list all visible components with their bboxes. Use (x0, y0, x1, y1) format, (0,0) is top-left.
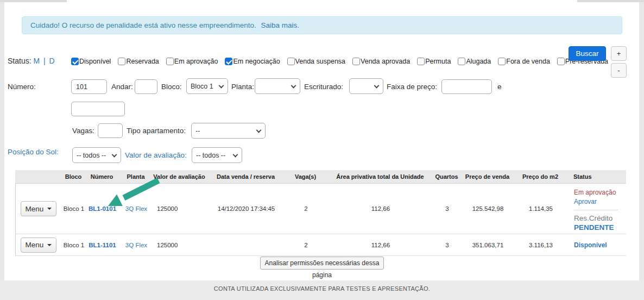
table-row: Menu Bloco 1 BL1-1101 3Q Flex 125000 2 1… (15, 234, 626, 256)
analisar-permissoes-button[interactable]: Analisar permissões necessárias dessa pá… (260, 257, 384, 270)
res-credito-label: Res.Crédito (574, 214, 627, 223)
checkbox-icon (498, 58, 506, 65)
vagas-label: Vagas: (72, 127, 94, 135)
pendente-link[interactable]: PENDENTE (574, 223, 614, 233)
col-header-numero: Número (84, 173, 119, 180)
col-header-data-venda: Data venda / reserva (206, 173, 285, 180)
planta-link[interactable]: 3Q Flex (125, 242, 147, 248)
andar-label: Andar: (111, 83, 133, 91)
disponivel-link[interactable]: Disponível (574, 241, 607, 249)
checkbox-label: Em negociação (233, 58, 280, 65)
valor-avaliacao-label: Valor de avaliação: (125, 151, 187, 159)
menu-cell: Menu (16, 201, 63, 216)
status-separator: | (43, 57, 46, 65)
col-header-status: Status (565, 173, 626, 180)
status-checkbox-reservada[interactable]: Reservada (118, 58, 159, 65)
preco-venda-cell: 351.063,71 (459, 242, 516, 248)
status-d-link[interactable]: D (49, 57, 55, 65)
posicao-sol-select[interactable]: -- todos -- (72, 147, 121, 163)
status-checkbox-group: Disponível Reservada Em aprovação Em neg… (71, 58, 608, 65)
escriturado-select[interactable] (349, 78, 383, 94)
menu-button[interactable]: Menu (21, 238, 56, 253)
status-checkbox-disponivel[interactable]: Disponível (71, 58, 111, 65)
col-header-vagas: Vaga(s) (285, 173, 326, 180)
status-checkbox-em-aprovacao[interactable]: Em aprovação (166, 58, 218, 65)
planta-link[interactable]: 3Q Flex (125, 205, 147, 212)
checkbox-icon (352, 58, 360, 65)
tipo-apartamento-select[interactable]: -- (191, 123, 266, 139)
planta-cell: 3Q Flex (120, 205, 153, 212)
unit-link[interactable]: BL1-0101 (89, 205, 116, 212)
checkbox-icon (557, 58, 565, 65)
checkbox-label: Disponível (79, 58, 111, 65)
andar-input[interactable] (135, 79, 157, 94)
vagas-input[interactable] (98, 123, 123, 138)
alert-text: Cuidado! O recurso de penalidade está at… (30, 21, 256, 29)
e-label: e (497, 83, 502, 91)
footer-text: CONTA UTILIZADA EXCLUSIVAMENTE PARA TEST… (214, 285, 430, 292)
data-venda-cell: 14/12/2020 17:34:45 (207, 205, 286, 212)
col-header-preco-m2: Preço do m2 (516, 173, 565, 180)
col-header-quartos: Quartos (434, 173, 459, 180)
status-checkbox-permuta[interactable]: Permuta (417, 58, 451, 65)
escriturado-label: Escriturado: (304, 83, 343, 91)
units-table: Bloco Número Planta Valor de avaliação D… (15, 170, 626, 256)
planta-select-wrap (255, 78, 300, 94)
valor-avaliacao-cell: 125000 (153, 242, 207, 248)
numero-input-2[interactable] (71, 102, 125, 116)
bloco-select[interactable]: Bloco 1 (186, 78, 228, 94)
checkbox-icon (287, 58, 295, 65)
bloco-cell: Bloco 1 (63, 242, 85, 248)
top-left-fragment (0, 0, 67, 2)
planta-label: Planta: (231, 83, 254, 91)
top-right-fragment (577, 0, 644, 2)
table-row: Menu Bloco 1 BL1-0101 3Q Flex 125000 14/… (15, 184, 626, 234)
tipo-apartamento-label: Tipo apartamento: (127, 127, 186, 135)
table-header-row: Bloco Número Planta Valor de avaliação D… (15, 170, 626, 184)
numero-cell: BL1-1101 (85, 242, 120, 248)
valor-avaliacao-select[interactable]: -- todos -- (192, 147, 242, 163)
preco-m2-cell: 3.116,13 (516, 242, 565, 248)
checkbox-label: Alugada (466, 58, 491, 65)
checkbox-label: Venda suspensa (295, 58, 345, 65)
right-edge-strip[interactable] (639, 0, 644, 280)
page: Cuidado! O recurso de penalidade está at… (0, 0, 644, 300)
planta-select[interactable] (255, 78, 300, 94)
collapse-minus-button[interactable]: - (611, 63, 627, 78)
col-header-valor-avaliacao: Valor de avaliação (152, 173, 206, 180)
caret-down-icon (47, 208, 52, 210)
faixa-preco-input[interactable] (441, 79, 492, 94)
checkbox-icon (118, 58, 125, 65)
caret-down-icon (47, 244, 52, 246)
aprovar-link[interactable]: Aprovar (574, 197, 597, 207)
saiba-mais-link[interactable]: Saiba mais. (261, 21, 300, 29)
status-cell: Disponível (565, 241, 627, 249)
vagas-cell: 2 (286, 205, 326, 212)
checkbox-label: Fora de venda (506, 58, 550, 65)
status-checkbox-venda-aprovada[interactable]: Venda aprovada (352, 58, 410, 65)
bloco-label: Bloco: (161, 83, 182, 91)
col-header-area-privativa: Área privativa total da Unidade (326, 173, 434, 180)
expand-plus-button[interactable]: + (611, 46, 627, 61)
buscar-button[interactable]: Buscar (569, 46, 606, 61)
status-checkbox-em-negociacao[interactable]: Em negociação (225, 58, 280, 65)
numero-input[interactable] (71, 79, 107, 94)
numero-label: Número: (8, 83, 36, 91)
left-edge-strip (0, 0, 4, 280)
vagas-cell: 2 (286, 242, 326, 248)
status-checkbox-fora-de-venda[interactable]: Fora de venda (498, 58, 550, 65)
status-cell: Em aprovação Aprovar Res.Crédito PENDENT… (565, 184, 627, 234)
posicao-sol-label: Posição do Sol: (8, 147, 65, 158)
menu-button-label: Menu (26, 241, 44, 249)
unit-link[interactable]: BL1-1101 (89, 242, 116, 248)
menu-button-label: Menu (26, 205, 44, 213)
checkbox-label: Em aprovação (174, 58, 218, 65)
menu-button[interactable]: Menu (21, 201, 56, 216)
preco-venda-cell: 125.542,98 (459, 205, 516, 212)
footer-banner: CONTA UTILIZADA EXCLUSIVAMENTE PARA TEST… (0, 280, 644, 300)
status-checkbox-alugada[interactable]: Alugada (458, 58, 491, 65)
status-checkbox-venda-suspensa[interactable]: Venda suspensa (287, 58, 345, 65)
valor-avaliacao-select-wrap: -- todos -- (192, 147, 242, 163)
valor-avaliacao-cell: 125000 (153, 205, 207, 212)
status-m-link[interactable]: M (33, 57, 40, 65)
